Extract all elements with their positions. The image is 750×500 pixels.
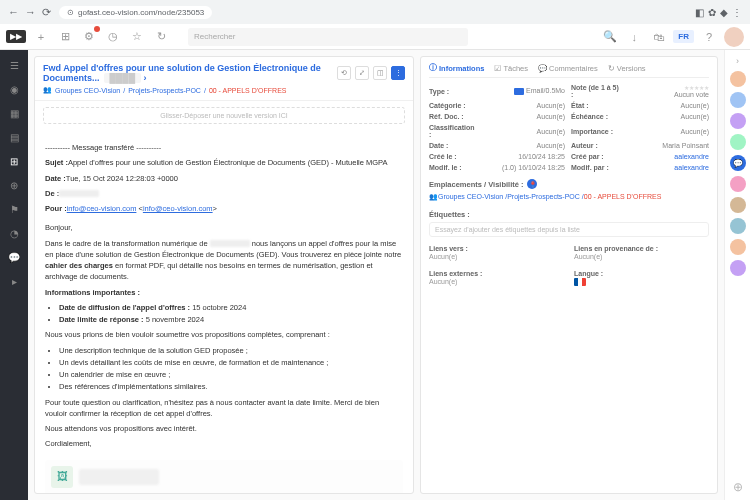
search-icon[interactable]: 🔍	[601, 28, 619, 46]
cart-icon[interactable]: 🛍	[649, 28, 667, 46]
reload-icon[interactable]: ⟳	[42, 6, 51, 19]
forward-header: ---------- Message transféré ----------	[45, 142, 403, 153]
doc-title: Fwd Appel d'offres pour une solution de …	[43, 63, 331, 83]
user-avatar[interactable]	[724, 27, 744, 47]
collapse-icon[interactable]: ›	[736, 56, 739, 66]
section-locations: Emplacements / Visibilité :	[429, 180, 523, 189]
expand-icon[interactable]: ⤢	[355, 66, 369, 80]
tab-comments[interactable]: 💬 Commentaires	[538, 63, 598, 73]
location-path[interactable]: 👥Groupes CEO-Vision /Projets-Prospects-P…	[429, 192, 709, 202]
user-avatar[interactable]	[730, 218, 746, 234]
email-link[interactable]: info@ceo-vision.com	[143, 204, 213, 213]
user-avatar[interactable]	[730, 113, 746, 129]
clock-icon[interactable]: ◷	[104, 28, 122, 46]
chat-icon[interactable]: 💬	[7, 250, 21, 264]
more-button[interactable]: ⋮	[391, 66, 405, 80]
ext-icon[interactable]: ◧	[695, 7, 704, 18]
user-avatar[interactable]	[730, 260, 746, 276]
search-input[interactable]: Rechercher	[188, 28, 468, 46]
apps-icon[interactable]: ⊞	[7, 154, 21, 168]
user-avatar[interactable]	[730, 239, 746, 255]
metadata-pane: ⓘ Informations ☑ Tâches 💬 Commentaires ↻…	[420, 56, 718, 494]
ext-icon[interactable]: ✿	[708, 7, 716, 18]
left-sidebar: ☰ ◉ ▦ ▤ ⊞ ⊕ ⚑ ◔ 💬 ▸	[0, 50, 28, 500]
url-text: gofast.ceo-vision.com/node/235053	[78, 8, 204, 17]
tab-tasks[interactable]: ☑ Tâches	[494, 63, 528, 73]
drop-zone[interactable]: Glisser-Déposer une nouvelle version ICI	[43, 107, 405, 124]
flag-fr-icon	[574, 278, 586, 286]
ext-icon[interactable]: ◆	[720, 7, 728, 18]
tab-info[interactable]: ⓘ Informations	[429, 63, 484, 73]
email-icon	[514, 88, 524, 95]
user-avatar[interactable]	[730, 71, 746, 87]
document-pane: Fwd Appel d'offres pour une solution de …	[34, 56, 414, 494]
email-link[interactable]: info@ceo-vision.com	[67, 204, 137, 213]
user-avatar[interactable]	[730, 92, 746, 108]
browser-chrome: ← → ⟳ ⊙ gofast.ceo-vision.com/node/23505…	[0, 0, 750, 24]
star-icon[interactable]: ☆	[128, 28, 146, 46]
chat-bubble-icon[interactable]: 💬	[730, 155, 746, 171]
help-icon[interactable]: ?	[700, 28, 718, 46]
back-icon[interactable]: ←	[8, 6, 19, 19]
new-window-icon[interactable]: ◫	[373, 66, 387, 80]
section-tags: Étiquettes :	[429, 210, 709, 219]
meta-tabs: ⓘ Informations ☑ Tâches 💬 Commentaires ↻…	[429, 63, 709, 78]
zoom-icon[interactable]: ⊕	[7, 178, 21, 192]
tree-icon[interactable]: ⊞	[56, 28, 74, 46]
doc-body: ---------- Message transféré ---------- …	[35, 130, 413, 493]
settings-icon[interactable]: ⚙	[80, 28, 98, 46]
flag-icon[interactable]: ⚑	[7, 202, 21, 216]
user-avatar[interactable]	[730, 197, 746, 213]
menu-icon[interactable]: ☰	[7, 58, 21, 72]
url-bar[interactable]: ⊙ gofast.ceo-vision.com/node/235053	[59, 6, 212, 19]
refresh-icon[interactable]: ⟲	[337, 66, 351, 80]
lock-icon: ⊙	[67, 8, 74, 17]
bell-icon[interactable]: ◔	[7, 226, 21, 240]
play-button[interactable]: ▶▶	[6, 30, 26, 43]
dashboard-icon[interactable]: ◉	[7, 82, 21, 96]
meta-grid: Type :Email/0.5Mo Note (de 1 à 5) :★★★★★…	[429, 84, 709, 171]
presence-rail: › 💬 ⊕	[724, 50, 750, 500]
attachment[interactable]: 🖼	[45, 460, 403, 494]
calendar-icon[interactable]: ▦	[7, 106, 21, 120]
pin-icon[interactable]: 📍	[527, 179, 537, 189]
add-icon[interactable]: +	[32, 28, 50, 46]
history-icon[interactable]: ↻	[152, 28, 170, 46]
image-icon: 🖼	[51, 466, 73, 488]
app-toolbar: ▶▶ + ⊞ ⚙ ◷ ☆ ↻ Rechercher 🔍 ↓ 🛍 FR ?	[0, 24, 750, 50]
tab-versions[interactable]: ↻ Versions	[608, 63, 646, 73]
tags-input[interactable]: Essayez d'ajouter des étiquettes depuis …	[429, 222, 709, 237]
attachment-name	[79, 469, 159, 485]
download-icon[interactable]: ↓	[625, 28, 643, 46]
forward-icon[interactable]: →	[25, 6, 36, 19]
user-avatar[interactable]	[730, 176, 746, 192]
doc-icon[interactable]: ▤	[7, 130, 21, 144]
lang-button[interactable]: FR	[673, 30, 694, 43]
list-icon[interactable]: ▸	[7, 274, 21, 288]
menu-icon[interactable]: ⋮	[732, 7, 742, 18]
add-user-icon[interactable]: ⊕	[733, 480, 743, 494]
user-avatar[interactable]	[730, 134, 746, 150]
breadcrumb[interactable]: 👥Groupes CEO-Vision /Projets-Prospects-P…	[43, 86, 405, 94]
